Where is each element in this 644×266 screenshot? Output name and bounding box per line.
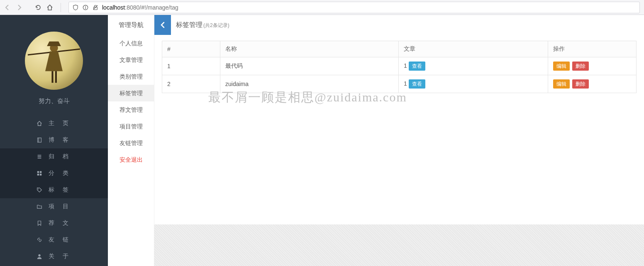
folder-icon [36,203,43,210]
svg-rect-15 [40,171,41,173]
svg-point-19 [38,254,40,256]
url-text: localhost:8080/#!/manage/tag [102,4,636,11]
nav-back-icon[interactable] [4,4,11,11]
cell-index: 2 [162,75,220,93]
svg-point-1 [85,6,86,7]
svg-rect-17 [40,174,41,175]
delete-button[interactable]: 删除 [572,62,589,71]
bookmark-icon [36,220,43,227]
user-icon [36,253,43,260]
manage-item[interactable]: 荐文管理 [108,101,154,118]
svg-point-18 [38,188,39,189]
nav-item-list[interactable]: 归 档 [0,148,108,165]
grid-icon [36,170,43,177]
svg-rect-9 [38,138,41,143]
cell-ops: 编辑删除 [548,75,637,93]
home-icon [36,120,43,127]
main-header: 标签管理(共2条记录) [154,15,644,35]
tag-table: # 名称 文章 操作 1最代码1 查看编辑删除2zuidaima1 查看编辑删除 [162,41,637,93]
sidebar-manage: 管理导航 个人信息文章管理类别管理标签管理荐文管理项目管理友链管理安全退出 [108,15,154,266]
svg-rect-16 [37,174,39,175]
nav-item-label: 关 于 [49,253,72,260]
view-button[interactable]: 查看 [409,62,425,71]
footer-band [154,224,644,266]
manage-item[interactable]: 安全退出 [108,151,154,168]
cell-index: 1 [162,57,220,75]
url-bar[interactable]: localhost:8080/#!/manage/tag [68,2,640,13]
edit-button[interactable]: 编辑 [553,79,570,89]
nav-item-folder[interactable]: 项 目 [0,198,108,215]
back-button[interactable] [154,15,171,35]
page-title: 标签管理(共2条记录) [176,21,229,30]
table-row: 2zuidaima1 查看编辑删除 [162,75,637,93]
manage-item[interactable]: 文章管理 [108,52,154,68]
browser-toolbar: localhost:8080/#!/manage/tag [0,0,644,15]
manage-item[interactable]: 标签管理 [108,85,154,101]
col-name: 名称 [220,41,399,57]
nav-item-label: 标 签 [49,186,72,194]
nav-item-link[interactable]: 友 链 [0,232,108,248]
home-icon[interactable] [46,4,53,11]
table-header-row: # 名称 文章 操作 [162,41,637,57]
nav-item-bookmark[interactable]: 荐 文 [0,215,108,232]
col-article: 文章 [399,41,548,57]
manage-item[interactable]: 项目管理 [108,118,154,135]
cell-name: 最代码 [220,57,399,75]
book-icon [36,137,43,143]
edit-button[interactable]: 编辑 [553,62,570,71]
table-row: 1最代码1 查看编辑删除 [162,57,637,75]
nav-item-label: 博 客 [49,136,72,144]
svg-rect-8 [55,71,57,83]
toolbar-separator [61,3,61,12]
sidebar-left: 努力、奋斗 主 页博 客归 档分 类标 签项 目荐 文友 链关 于 [0,15,108,266]
nav-item-label: 友 链 [49,236,72,244]
sidebar-tagline: 努力、奋斗 [0,97,108,105]
col-index: # [162,41,220,57]
avatar[interactable] [25,32,83,90]
cell-article: 1 查看 [399,75,548,93]
nav-item-label: 归 档 [49,153,72,160]
nav-item-label: 主 页 [49,120,72,127]
nav-item-label: 荐 文 [49,219,72,227]
cell-name: zuidaima [220,75,399,93]
nav-item-label: 项 目 [49,203,72,210]
manage-item[interactable]: 友链管理 [108,135,154,151]
cell-article: 1 查看 [399,57,548,75]
shield-icon[interactable] [72,4,79,11]
reload-icon[interactable] [35,4,41,11]
manage-nav-title: 管理导航 [108,15,154,35]
manage-item[interactable]: 个人信息 [108,35,154,52]
info-icon[interactable] [82,4,89,11]
link-icon [36,236,43,243]
nav-item-label: 分 类 [49,170,72,177]
svg-rect-7 [51,71,53,83]
cell-ops: 编辑删除 [548,57,637,75]
nav-item-user[interactable]: 关 于 [0,248,108,265]
lock-icon[interactable] [92,4,99,11]
tag-icon [36,187,43,193]
main-content: 标签管理(共2条记录) # 名称 文章 操作 1最代码1 查看编辑删除2zuid… [154,15,644,266]
svg-line-4 [93,5,98,10]
view-button[interactable]: 查看 [409,79,425,89]
list-icon [36,153,43,160]
nav-item-book[interactable]: 博 客 [0,132,108,148]
manage-item[interactable]: 类别管理 [108,68,154,85]
delete-button[interactable]: 删除 [572,79,589,89]
svg-rect-2 [85,7,85,9]
col-ops: 操作 [548,41,637,57]
nav-item-tag[interactable]: 标 签 [0,182,108,198]
svg-rect-14 [37,171,39,173]
nav-forward-icon[interactable] [16,4,22,11]
nav-item-home[interactable]: 主 页 [0,115,108,132]
nav-item-grid[interactable]: 分 类 [0,165,108,182]
